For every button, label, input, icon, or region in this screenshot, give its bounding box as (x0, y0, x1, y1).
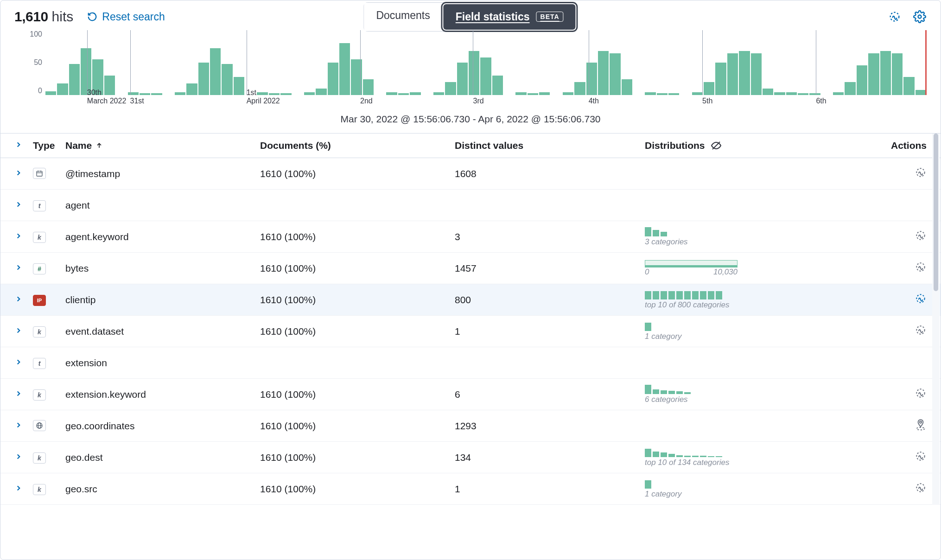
histogram-bar[interactable] (668, 93, 679, 95)
histogram-bar[interactable] (903, 77, 914, 95)
explore-lens-icon[interactable] (880, 293, 927, 305)
histogram-bar[interactable] (880, 51, 891, 95)
explore-lens-icon[interactable] (880, 324, 927, 336)
histogram-bar[interactable] (786, 92, 797, 95)
explore-lens-icon[interactable] (880, 482, 927, 494)
histogram-bar[interactable] (339, 43, 350, 95)
histogram-bar[interactable] (845, 82, 855, 95)
explore-lens-icon[interactable] (880, 387, 927, 399)
histogram-bar[interactable] (868, 53, 879, 95)
expand-row-icon[interactable] (14, 358, 23, 366)
histogram-bar[interactable] (480, 57, 491, 95)
histogram-bar[interactable] (280, 93, 291, 95)
histogram-bar[interactable] (328, 63, 338, 95)
scrollbar-thumb[interactable] (934, 134, 938, 291)
table-row[interactable]: #bytes1610 (100%)1457010,030 (0, 253, 941, 284)
histogram-bar[interactable] (57, 83, 68, 95)
histogram-bar[interactable] (774, 92, 785, 95)
table-row[interactable]: textension (0, 347, 941, 379)
histogram-bar[interactable] (186, 83, 197, 95)
table-row[interactable]: @timestamp1610 (100%)1608 (0, 158, 941, 190)
table-row[interactable]: geo.coordinates1610 (100%)1293 (0, 410, 941, 442)
histogram-bar[interactable] (539, 92, 550, 95)
histogram-bar[interactable] (704, 82, 714, 95)
expand-row-icon[interactable] (14, 389, 23, 398)
histogram-bar[interactable] (469, 51, 479, 95)
col-documents[interactable]: Documents (%) (260, 140, 455, 151)
histogram-bar[interactable] (210, 48, 221, 95)
histogram-bar[interactable] (751, 53, 762, 95)
histogram-bar[interactable] (398, 93, 409, 95)
expand-all-icon[interactable] (14, 140, 23, 149)
histogram-bar[interactable] (515, 92, 526, 95)
histogram-bar[interactable] (198, 63, 209, 95)
histogram-bar[interactable] (410, 92, 420, 95)
expand-row-icon[interactable] (14, 452, 23, 461)
explore-lens-icon[interactable] (880, 261, 927, 273)
histogram-bar[interactable] (528, 93, 538, 95)
col-distributions[interactable]: Distributions (645, 140, 880, 151)
histogram-bar[interactable] (892, 53, 903, 95)
histogram-bar[interactable] (715, 63, 726, 95)
histogram-bar[interactable] (574, 82, 585, 95)
scrollbar[interactable] (932, 134, 940, 505)
histogram-bar[interactable] (857, 65, 867, 95)
histogram-bar[interactable] (140, 93, 150, 95)
histogram-bar[interactable] (234, 77, 244, 95)
explore-lens-icon[interactable] (880, 166, 927, 178)
histogram-bar[interactable] (492, 76, 503, 95)
expand-row-icon[interactable] (14, 200, 23, 209)
histogram-bar[interactable] (433, 92, 444, 95)
histogram-bar[interactable] (457, 63, 468, 95)
explore-lens-icon[interactable] (880, 450, 927, 462)
expand-row-icon[interactable] (14, 169, 23, 177)
histogram-bar[interactable] (763, 89, 773, 95)
col-name[interactable]: Name (65, 140, 260, 151)
histogram-bar[interactable] (386, 92, 397, 95)
table-row[interactable]: kagent.keyword1610 (100%)33 categories (0, 221, 941, 253)
histogram-bar[interactable] (657, 93, 668, 95)
histogram-bar[interactable] (833, 92, 844, 95)
histogram-bar[interactable] (151, 93, 162, 95)
histogram-bar[interactable] (610, 53, 620, 95)
expand-row-icon[interactable] (14, 295, 23, 303)
histogram-bar[interactable] (622, 79, 632, 95)
col-type[interactable]: Type (33, 140, 65, 151)
table-row[interactable]: kextension.keyword1610 (100%)66 categori… (0, 379, 941, 410)
histogram-bar[interactable] (563, 92, 573, 95)
histogram-bar[interactable] (81, 48, 91, 95)
expand-row-icon[interactable] (14, 263, 23, 272)
histogram-chart[interactable]: 100 50 0 30thMarch 202231st1stApril 2022… (0, 30, 941, 104)
histogram-bar[interactable] (445, 82, 456, 95)
settings-icon[interactable] (913, 10, 927, 24)
table-row[interactable]: tagent (0, 190, 941, 221)
histogram-bar[interactable] (316, 89, 326, 95)
table-row[interactable]: kgeo.dest1610 (100%)134top 10 of 134 cat… (0, 442, 941, 473)
tab-field-statistics[interactable]: Field statistics BETA (444, 4, 576, 30)
open-lens-icon[interactable] (888, 10, 902, 24)
histogram-bar[interactable] (598, 51, 609, 95)
histogram-bar[interactable] (304, 92, 315, 95)
explore-lens-icon[interactable] (880, 229, 927, 242)
histogram-bar[interactable] (798, 93, 808, 95)
expand-row-icon[interactable] (14, 232, 23, 240)
histogram-bar[interactable] (727, 53, 738, 95)
histogram-bar[interactable] (363, 79, 374, 95)
table-row[interactable]: kevent.dataset1610 (100%)11 category (0, 316, 941, 347)
histogram-bar[interactable] (692, 92, 703, 95)
histogram-bar[interactable] (128, 92, 139, 95)
explore-map-icon[interactable] (880, 419, 927, 431)
col-distinct[interactable]: Distinct values (455, 140, 645, 151)
expand-row-icon[interactable] (14, 484, 23, 492)
histogram-bar[interactable] (222, 64, 232, 95)
table-row[interactable]: IPclientip1610 (100%)800top 10 of 800 ca… (0, 284, 941, 316)
histogram-bar[interactable] (809, 93, 820, 95)
histogram-bar[interactable] (739, 51, 750, 95)
histogram-bar[interactable] (916, 90, 926, 95)
histogram-bar[interactable] (645, 92, 655, 95)
expand-row-icon[interactable] (14, 421, 23, 429)
reset-search-link[interactable]: Reset search (87, 11, 165, 23)
histogram-bar[interactable] (69, 64, 80, 95)
histogram-bar[interactable] (175, 92, 185, 95)
histogram-bar[interactable] (45, 91, 56, 95)
